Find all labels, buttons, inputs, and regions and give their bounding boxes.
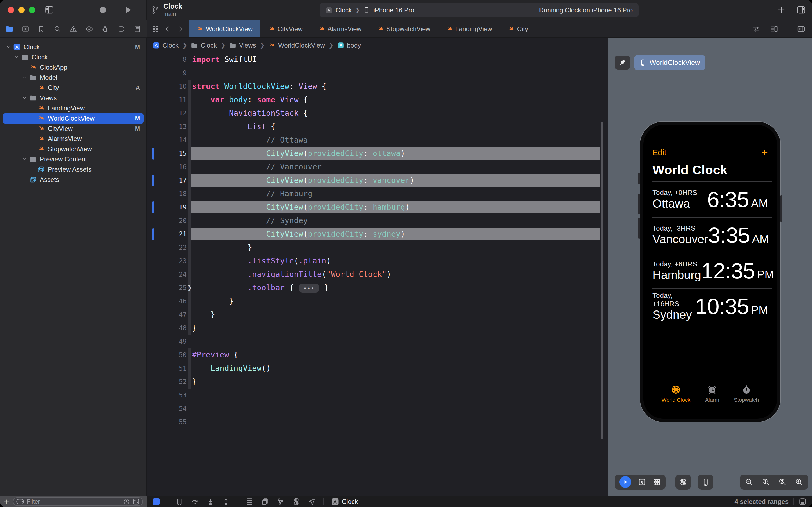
step-over-icon[interactable] <box>191 498 199 506</box>
run-button[interactable] <box>123 5 133 14</box>
code-line-50[interactable]: 50#Preview { <box>147 348 607 362</box>
disclosure-chevron-icon[interactable] <box>4 44 12 50</box>
breakpoints-icon[interactable] <box>117 25 125 33</box>
fold-ribbon[interactable] <box>188 107 191 120</box>
breadcrumb-clock[interactable]: Clock <box>191 42 217 49</box>
tab-city[interactable]: City <box>500 20 536 37</box>
sidebar-item-alarmsview[interactable]: AlarmsView <box>3 134 143 144</box>
code-line-55[interactable]: 55 <box>147 415 607 429</box>
fold-ribbon[interactable] <box>188 201 191 214</box>
code-line-14[interactable]: 14 // Ottawa <box>147 133 607 147</box>
fold-ribbon[interactable] <box>188 120 191 133</box>
run-destination[interactable]: iPhone 16 Pro <box>373 6 414 14</box>
fold-ribbon[interactable] <box>188 268 191 281</box>
add-file-button[interactable]: + <box>4 497 9 506</box>
source-control-icon[interactable] <box>21 25 30 33</box>
code-line-24[interactable]: 24 .navigationTitle("World Clock") <box>147 268 607 281</box>
memory-graph-icon[interactable] <box>261 498 269 506</box>
breakpoints-toggle-button[interactable] <box>153 498 160 505</box>
simulate-location-icon[interactable] <box>308 498 316 506</box>
sidebar-item-stopwatchview[interactable]: StopwatchView <box>3 144 143 154</box>
find-icon[interactable] <box>53 25 61 33</box>
step-into-icon[interactable] <box>207 498 215 506</box>
tab-landingview[interactable]: LandingView <box>438 20 500 37</box>
fold-ribbon[interactable] <box>188 295 191 308</box>
sidebar-item-worldclockview[interactable]: WorldClockViewM <box>3 113 143 123</box>
breadcrumb-worldclockview[interactable]: WorldClockView <box>269 42 325 49</box>
disclosure-chevron-icon[interactable] <box>12 55 20 60</box>
zoom-window-button[interactable] <box>29 7 36 13</box>
app-tab-alarm[interactable]: Alarm <box>705 385 719 403</box>
swap-editor-icon[interactable] <box>752 25 761 33</box>
activity-scheme-bar[interactable]: Clock ❯ iPhone 16 Pro Running Clock on i… <box>320 3 639 17</box>
environment-overrides-icon[interactable] <box>292 498 300 506</box>
zoom-fit-icon[interactable] <box>778 478 787 486</box>
variants-grid-button[interactable] <box>653 478 661 486</box>
pin-preview-button[interactable] <box>615 56 630 69</box>
preview-device-pill[interactable]: WorldClockView <box>634 55 705 70</box>
code-line-12[interactable]: 12 NavigationStack { <box>147 107 607 120</box>
related-items-grid-icon[interactable] <box>152 25 159 33</box>
tests-icon[interactable] <box>85 25 94 33</box>
code-line-10[interactable]: 10struct WorldClockView: View { <box>147 80 607 93</box>
app-tab-stopwatch[interactable]: Stopwatch <box>734 385 759 403</box>
view-hierarchy-icon[interactable] <box>245 498 253 506</box>
code-line-13[interactable]: 13 List { <box>147 120 607 133</box>
debug-graph-icon[interactable] <box>277 498 285 506</box>
breadcrumb-views[interactable]: Views <box>229 42 256 49</box>
running-app-indicator[interactable]: Clock <box>331 498 358 506</box>
fold-ribbon[interactable] <box>188 80 191 93</box>
live-preview-button[interactable] <box>620 476 631 488</box>
code-line-20[interactable]: 20 // Syndey <box>147 214 607 227</box>
code-line-21[interactable]: 21 CityView(providedCity: sydney) <box>147 227 607 241</box>
toggle-left-sidebar-icon[interactable] <box>45 5 54 15</box>
code-line-51[interactable]: 51 LandingView() <box>147 362 607 375</box>
minimize-window-button[interactable] <box>18 7 25 13</box>
sidebar-item-preview-content[interactable]: Preview Content <box>3 154 143 164</box>
sidebar-item-clock[interactable]: Clock <box>3 52 143 62</box>
tab-cityview[interactable]: CityView <box>260 20 310 37</box>
code-line-8[interactable]: 8import SwiftUI <box>147 53 607 66</box>
scheme-name[interactable]: Clock <box>336 6 352 14</box>
device-settings-button[interactable] <box>675 474 691 490</box>
code-line-46[interactable]: 46 } <box>147 295 607 308</box>
fold-ribbon[interactable] <box>188 227 191 241</box>
fold-ribbon[interactable] <box>188 93 191 107</box>
fold-ribbon[interactable] <box>188 254 191 268</box>
fold-ribbon[interactable] <box>188 348 191 362</box>
code-line-49[interactable]: 49 <box>147 335 607 348</box>
sidebar-item-cityview[interactable]: CityViewM <box>3 123 143 134</box>
disclosure-chevron-icon[interactable] <box>20 157 28 162</box>
source-control-summary[interactable]: Clock main <box>151 2 182 17</box>
fold-ribbon[interactable] <box>188 308 191 322</box>
zoom-100-icon[interactable] <box>761 478 770 486</box>
code-line-25[interactable]: 25❯ .toolbar { ••• } <box>147 281 607 295</box>
code-line-18[interactable]: 18 // Hamburg <box>147 187 607 201</box>
fold-ribbon[interactable] <box>188 322 191 335</box>
code-line-11[interactable]: 11 var body: some View { <box>147 93 607 107</box>
step-out-icon[interactable] <box>222 498 230 506</box>
fold-ribbon[interactable] <box>188 160 191 174</box>
source-editor[interactable]: 8import SwiftUI910struct WorldClockView:… <box>147 53 607 496</box>
add-editor-plus-icon[interactable] <box>777 6 786 14</box>
city-row-hamburg[interactable]: Today, +6HRS Hamburg 12:35PM <box>652 253 772 288</box>
city-row-vancouver[interactable]: Today, -3HRS Vancouver 3:35AM <box>652 217 772 253</box>
city-row-ottawa[interactable]: Today, +0HRS Ottawa 6:35AM <box>652 181 772 217</box>
fold-ribbon[interactable] <box>188 241 191 254</box>
sidebar-item-clockapp[interactable]: ClockApp <box>3 62 143 72</box>
close-window-button[interactable] <box>7 7 14 13</box>
code-line-22[interactable]: 22 } <box>147 241 607 254</box>
source-control-status-icon[interactable] <box>133 498 139 505</box>
code-line-47[interactable]: 47 } <box>147 308 607 322</box>
code-line-19[interactable]: 19 CityView(providedCity: hamburg) <box>147 201 607 214</box>
fold-ribbon[interactable] <box>188 187 191 201</box>
project-navigator-icon[interactable] <box>5 25 13 33</box>
tab-worldclockview[interactable]: WorldClockView <box>189 20 260 37</box>
fold-ribbon[interactable] <box>188 375 191 389</box>
reports-icon[interactable] <box>133 25 141 33</box>
sidebar-item-clock[interactable]: ClockM <box>3 42 143 52</box>
editor-options-icon[interactable] <box>770 25 778 33</box>
edit-button[interactable]: Edit <box>652 148 666 157</box>
selectable-preview-button[interactable] <box>638 478 646 486</box>
disclosure-chevron-icon[interactable] <box>20 95 28 101</box>
